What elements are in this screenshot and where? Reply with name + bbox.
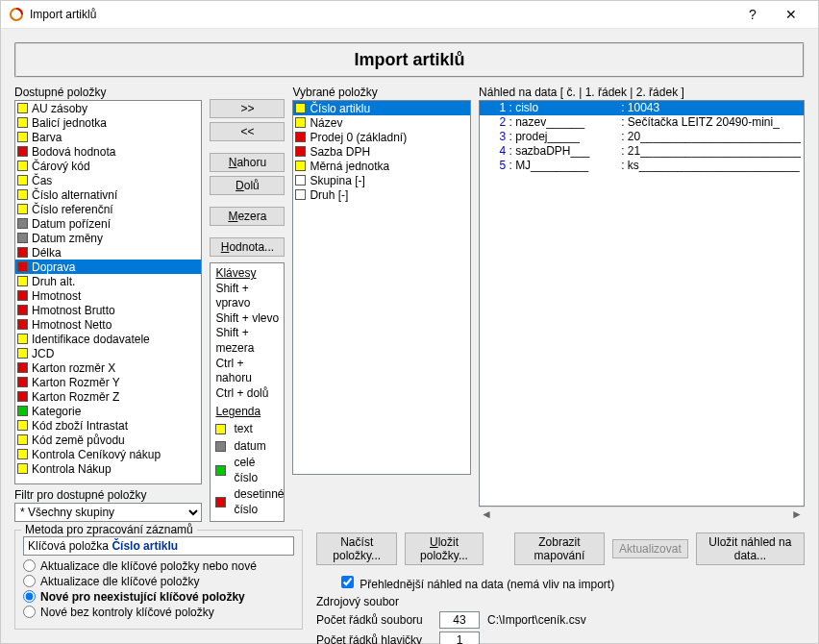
list-item[interactable]: Název xyxy=(293,115,470,130)
list-item[interactable]: Hmotnost Brutto xyxy=(15,303,201,317)
list-item[interactable]: Skupina [-] xyxy=(293,173,470,187)
list-item[interactable]: Karton Rozměr Z xyxy=(15,389,201,404)
move-up-button[interactable]: Nahoru xyxy=(210,153,285,172)
list-item[interactable]: Hmotnost Netto xyxy=(15,317,201,332)
list-item[interactable]: Kód země původu xyxy=(15,433,201,447)
list-item[interactable]: Datum změny xyxy=(15,231,201,245)
help-button[interactable]: ? xyxy=(733,1,772,28)
list-item[interactable]: Identifikace dodavatele xyxy=(15,332,201,346)
radio-new-nocheck[interactable]: Nové bez kontroly klíčové položky xyxy=(23,606,294,619)
key-field: Klíčová položka Číslo artiklu xyxy=(23,536,294,556)
list-item[interactable]: Číslo referenční xyxy=(15,202,201,216)
list-item[interactable]: Čas xyxy=(15,173,201,187)
cleaner-preview-checkbox[interactable]: Přehlednější náhled na data (nemá vliv n… xyxy=(337,573,614,591)
preview-row[interactable]: 4 : sazbaDPH___: 21_____________________… xyxy=(480,144,804,159)
refresh-button[interactable]: Aktualizovat xyxy=(612,539,688,558)
move-right-button[interactable]: >> xyxy=(210,99,285,118)
list-item[interactable]: Druh alt. xyxy=(15,274,201,288)
list-item[interactable]: Kontrola Nákup xyxy=(15,461,201,476)
source-path: C:\Import\ceník.csv xyxy=(487,613,586,627)
source-group-label: Zdrojový soubor xyxy=(316,595,805,608)
list-item[interactable]: Číslo artiklu xyxy=(293,101,470,115)
list-item[interactable]: Datum pořízení xyxy=(15,216,201,231)
window-title: Import artiklů xyxy=(30,8,733,21)
list-item[interactable]: Hmotnost xyxy=(15,288,201,303)
list-item[interactable]: Balicí jednotka xyxy=(15,115,201,130)
list-item[interactable]: Druh [-] xyxy=(293,187,470,202)
available-label: Dostupné položky xyxy=(14,86,202,99)
available-listbox[interactable]: AU zásobyBalicí jednotkaBarvaBodová hodn… xyxy=(14,100,202,484)
show-mapping-button[interactable]: Zobrazit mapování xyxy=(514,533,605,565)
selected-listbox[interactable]: Číslo artikluNázevProdej 0 (základní)Saz… xyxy=(292,100,471,475)
move-left-button[interactable]: << xyxy=(210,122,285,141)
preview-row[interactable]: 3 : prodej_____: 20_____________________… xyxy=(480,130,804,144)
preview-row[interactable]: 5 : MJ_________: ks_____________________… xyxy=(480,159,804,173)
preview-row[interactable]: 2 : nazev______: Sečítačka LEITZ 20490-m… xyxy=(480,115,804,130)
list-item[interactable]: Karton Rozměr Y xyxy=(15,375,201,389)
preview-label: Náhled na data [ č. | 1. řádek | 2. řáde… xyxy=(479,86,805,99)
list-item[interactable]: Čárový kód xyxy=(15,159,201,173)
space-button[interactable]: Mezera xyxy=(210,207,285,226)
rowcount-value: 43 xyxy=(439,611,480,629)
list-item[interactable]: Prodej 0 (základní) xyxy=(293,130,470,144)
move-down-button[interactable]: Dolů xyxy=(210,176,285,195)
method-group: Metoda pro zpracování záznamů Klíčová po… xyxy=(14,530,303,630)
list-item[interactable]: Kategorie xyxy=(15,404,201,418)
rowcount-label: Počet řádků souboru xyxy=(316,613,432,627)
list-item[interactable]: AU zásoby xyxy=(15,101,201,115)
hscrollbar[interactable]: ◄► xyxy=(479,507,805,522)
keyboard-hints: Klávesy Shift + vpravo Shift + vlevo Shi… xyxy=(210,262,285,522)
list-item[interactable]: Karton rozměr X xyxy=(15,360,201,375)
value-button[interactable]: Hodnota... xyxy=(210,237,285,257)
radio-update-or-new[interactable]: Aktualizace dle klíčové položky nebo nov… xyxy=(23,559,294,573)
save-items-button[interactable]: Uložit položky... xyxy=(405,533,483,565)
app-icon xyxy=(9,7,24,22)
method-legend: Metoda pro zpracování záznamů xyxy=(21,523,197,536)
list-item[interactable]: Číslo alternativní xyxy=(15,187,201,202)
list-item[interactable]: JCD xyxy=(15,346,201,360)
headerrows-label: Počet řádků hlavičky xyxy=(316,633,432,645)
selected-label: Vybrané položky xyxy=(292,86,471,99)
list-item[interactable]: Měrná jednotka xyxy=(293,159,470,173)
panel-title: Import artiklů xyxy=(14,42,805,78)
list-item[interactable]: Bodová hodnota xyxy=(15,144,201,159)
list-item[interactable]: Délka xyxy=(15,245,201,260)
save-preview-button[interactable]: Uložit náhled na data... xyxy=(696,533,805,565)
filter-label: Filtr pro dostupné položky xyxy=(14,488,202,502)
list-item[interactable]: Barva xyxy=(15,130,201,144)
radio-new-nonexisting[interactable]: Nové pro neexistující klíčové položky xyxy=(23,590,294,604)
close-button[interactable]: ✕ xyxy=(772,1,810,28)
list-item[interactable]: Doprava xyxy=(15,260,201,274)
list-item[interactable]: Kontrola Ceníkový nákup xyxy=(15,447,201,461)
list-item[interactable]: Sazba DPH xyxy=(293,144,470,159)
radio-update[interactable]: Aktualizace dle klíčové položky xyxy=(23,575,294,588)
filter-select[interactable]: * Všechny skupiny xyxy=(14,503,202,522)
load-items-button[interactable]: Načíst položky... xyxy=(316,533,397,565)
headerrows-input[interactable] xyxy=(439,632,480,645)
list-item[interactable]: Kód zboží Intrastat xyxy=(15,418,201,433)
preview-listbox[interactable]: 1 : cislo: 100432 : nazev______: Sečítač… xyxy=(479,100,805,507)
preview-row[interactable]: 1 : cislo: 10043 xyxy=(480,101,804,115)
